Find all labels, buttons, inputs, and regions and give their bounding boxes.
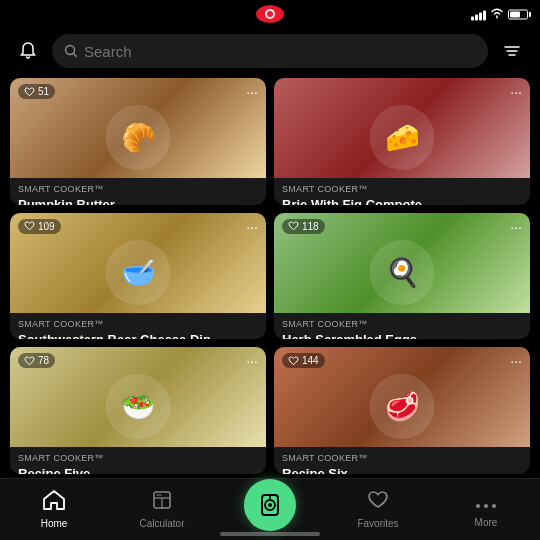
smart-cooker-label: SMART COOKER™: [282, 184, 522, 194]
recipe-info: SMART COOKER™ Brie With Fig Compote 40 M…: [274, 178, 530, 205]
nav-item-more[interactable]: More: [432, 491, 540, 528]
search-icon: [64, 44, 78, 58]
recipe-image: 144 ··· 🥩: [274, 347, 530, 447]
center-button[interactable]: [244, 479, 296, 531]
recipe-more-button[interactable]: ···: [246, 219, 258, 235]
recipe-title: Recipe Five: [18, 466, 258, 474]
search-input-wrap[interactable]: [52, 34, 488, 68]
smart-cooker-label: SMART COOKER™: [282, 453, 522, 463]
recipe-likes: 144: [282, 353, 325, 368]
recipe-info: SMART COOKER™ Herb Scrambled Eggs 16 Min: [274, 313, 530, 340]
recipe-title: Southwestern Beer Cheese Dip: [18, 332, 258, 340]
svg-point-33: [476, 504, 480, 508]
smart-cooker-label: SMART COOKER™: [18, 453, 258, 463]
favorites-icon: [367, 490, 389, 515]
recipe-more-button[interactable]: ···: [510, 353, 522, 369]
smart-cooker-label: SMART COOKER™: [18, 319, 258, 329]
recipe-more-button[interactable]: ···: [246, 353, 258, 369]
recipe-card-6[interactable]: 144 ··· 🥩 SMART COOKER™ Recipe Six 30 Mi…: [274, 347, 530, 474]
recipe-info: SMART COOKER™ Recipe Six 30 Min: [274, 447, 530, 474]
nav-item-calculator[interactable]: Calculator: [108, 490, 216, 529]
home-indicator: [220, 532, 320, 536]
smart-cooker-label: SMART COOKER™: [18, 184, 258, 194]
status-bar-right: [471, 8, 528, 21]
filter-icon[interactable]: [496, 35, 528, 67]
recipe-likes: 78: [18, 353, 55, 368]
signal-icon: [471, 8, 486, 20]
cooker-icon: [257, 492, 283, 518]
recipe-info: SMART COOKER™ Recipe Five 25 Min: [10, 447, 266, 474]
recipe-grid: 51 ··· 🥐 SMART COOKER™ Pumpkin Butter 15…: [0, 74, 540, 478]
home-icon: [43, 490, 65, 515]
svg-point-31: [268, 503, 272, 507]
recipe-image: 109 ··· 🥣: [10, 213, 266, 313]
recipe-card-3[interactable]: 109 ··· 🥣 SMART COOKER™ Southwestern Bee…: [10, 213, 266, 340]
nav-item-favorites[interactable]: Favorites: [324, 490, 432, 529]
recipe-more-button[interactable]: ···: [246, 84, 258, 100]
more-label: More: [475, 517, 498, 528]
nav-item-center[interactable]: [216, 479, 324, 541]
favorites-label: Favorites: [357, 518, 398, 529]
recipe-image: ··· 🧀: [274, 78, 530, 178]
calculator-icon: [152, 490, 172, 515]
recipe-image: 78 ··· 🥗: [10, 347, 266, 447]
bottom-nav: Home Calculator Favor: [0, 478, 540, 540]
recipe-likes: 118: [282, 219, 325, 234]
recipe-title: Pumpkin Butter: [18, 197, 258, 205]
recipe-likes: 109: [18, 219, 61, 234]
more-icon: [475, 491, 497, 514]
recipe-info: SMART COOKER™ Pumpkin Butter 15 Min: [10, 178, 266, 205]
recipe-likes: 51: [18, 84, 55, 99]
calculator-label: Calculator: [139, 518, 184, 529]
recipe-card-4[interactable]: 118 ··· 🍳 SMART COOKER™ Herb Scrambled E…: [274, 213, 530, 340]
svg-point-35: [492, 504, 496, 508]
recipe-more-button[interactable]: ···: [510, 84, 522, 100]
home-label: Home: [41, 518, 68, 529]
notification-bell-icon[interactable]: [12, 35, 44, 67]
recipe-image: 51 ··· 🥐: [10, 78, 266, 178]
status-bar: [0, 0, 540, 28]
search-bar-container: [0, 28, 540, 74]
recipe-title: Recipe Six: [282, 466, 522, 474]
smart-cooker-label: SMART COOKER™: [282, 319, 522, 329]
recipe-title: Brie With Fig Compote: [282, 197, 522, 205]
svg-point-1: [267, 11, 273, 17]
battery-icon: [508, 9, 528, 19]
wifi-icon: [490, 8, 504, 21]
recipe-card-2[interactable]: ··· 🧀 SMART COOKER™ Brie With Fig Compot…: [274, 78, 530, 205]
recipe-image: 118 ··· 🍳: [274, 213, 530, 313]
recipe-card-1[interactable]: 51 ··· 🥐 SMART COOKER™ Pumpkin Butter 15…: [10, 78, 266, 205]
nav-item-home[interactable]: Home: [0, 490, 108, 529]
recipe-more-button[interactable]: ···: [510, 219, 522, 235]
svg-line-3: [74, 54, 77, 57]
svg-point-34: [484, 504, 488, 508]
recipe-card-5[interactable]: 78 ··· 🥗 SMART COOKER™ Recipe Five 25 Mi…: [10, 347, 266, 474]
recipe-info: SMART COOKER™ Southwestern Beer Cheese D…: [10, 313, 266, 340]
app-icon: [256, 5, 284, 23]
search-input[interactable]: [84, 43, 476, 60]
recipe-title: Herb Scrambled Eggs: [282, 332, 522, 340]
